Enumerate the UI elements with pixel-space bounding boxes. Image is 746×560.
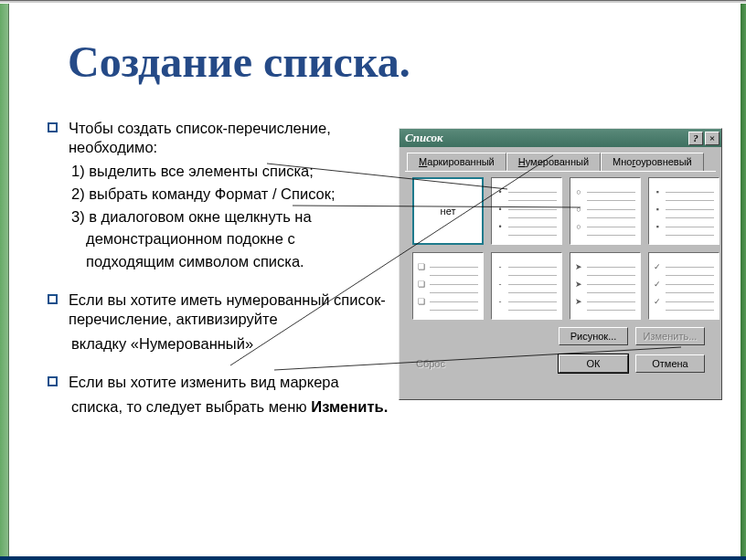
list-dialog: Список ? × Маркированный Нумерованный Мн… [399,128,722,400]
change-button[interactable]: Изменить... [635,327,705,345]
style-cell-2[interactable]: ○○○ [570,177,641,245]
bullet-2-tail: вкладку «Нумерованный» [71,334,395,354]
frame-shadow [0,1,746,3]
dialog-title: Список [405,131,443,145]
bullet-icon [48,376,58,386]
bullet-1-sub-4: демонстрационном подокне с [86,229,395,248]
bullet-icon [48,122,58,132]
style-cell-1[interactable]: ••• [491,177,562,245]
bullet-1-sub-5: подходящим символом списка. [86,252,395,271]
tabs: Маркированный Нумерованный Многоуровневы… [407,153,721,171]
close-button[interactable]: × [705,132,719,145]
tab-numbered[interactable]: Нумерованный [506,153,601,171]
style-cell-4[interactable]: ❏❏❏ [412,252,484,320]
style-cell-6[interactable]: ➤➤➤ [570,252,641,320]
style-cell-3[interactable]: ▪▪▪ [648,177,719,245]
help-button[interactable]: ? [688,132,703,145]
accent-right [741,4,746,556]
bullet-1: Чтобы создать список-перечисление, необх… [48,119,395,156]
body-text: Чтобы создать список-перечисление, необх… [48,119,395,420]
ok-button[interactable]: ОК [559,354,628,373]
bullet-3: Если вы хотите изменить вид маркера [48,373,395,392]
reset-button[interactable]: Сброс [416,358,445,369]
style-cell-5[interactable]: --- [491,252,562,320]
frame-bottom [0,556,746,560]
bullet-1-text: Чтобы создать список-перечисление, необх… [69,119,395,156]
bullet-icon [48,294,58,304]
none-label: нет [441,206,456,217]
bullet-3-tail: списка, то следует выбрать меню Изменить… [71,397,395,417]
bullet-2-text: Если вы хотите иметь нумерованный список… [69,291,395,328]
bullet-2: Если вы хотите иметь нумерованный список… [48,291,395,328]
image-button[interactable]: Рисунок... [559,327,628,345]
tab-pane: нет•••○○○▪▪▪❏❏❏---➤➤➤✓✓✓ Рисунок... Изме… [405,171,716,373]
style-grid: нет•••○○○▪▪▪❏❏❏---➤➤➤✓✓✓ [412,177,716,320]
bullet-3-text: Если вы хотите изменить вид маркера [69,373,339,392]
bullet-1-sub-3: 3) в диалоговом окне щелкнуть на [71,207,395,227]
bullet-1-sub-1: 1) выделить все элементы списка; [71,162,395,181]
style-cell-0[interactable]: нет [412,177,484,245]
cancel-button[interactable]: Отмена [635,354,705,373]
page-title: Создание списка. [68,37,410,87]
bullet-1-sub-2: 2) выбрать команду Формат / Список; [71,185,395,204]
style-cell-7[interactable]: ✓✓✓ [648,252,719,320]
accent-left [0,4,9,556]
dialog-titlebar[interactable]: Список ? × [400,129,721,147]
tab-multilevel[interactable]: Многоуровневый [601,153,704,171]
tab-bulleted[interactable]: Маркированный [407,153,506,171]
